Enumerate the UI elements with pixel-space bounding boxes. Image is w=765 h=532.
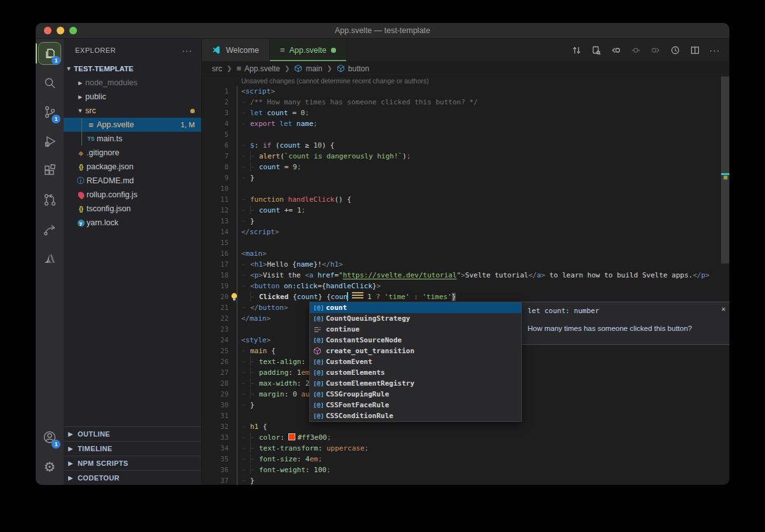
tree-folder-public[interactable]: ▶public: [64, 90, 201, 104]
tree-file-readme-md[interactable]: ⓘREADME.md: [64, 174, 201, 188]
line-number[interactable]: 13: [202, 216, 228, 227]
code-line[interactable]: 20→Clicked {count} {coun 1 ? 'time' : 't…: [202, 291, 729, 302]
breadcrumb-src[interactable]: src: [212, 64, 222, 73]
current-change-icon[interactable]: [629, 43, 643, 57]
code-line[interactable]: 36→→font-weight: 100;: [202, 465, 729, 475]
tree-folder-node-modules[interactable]: ▶node_modules: [64, 76, 201, 90]
suggest-item-count[interactable]: [@]count: [310, 302, 521, 313]
sidebar-more-actions[interactable]: ···: [182, 46, 192, 55]
suggest-item-countqueuingstrategy[interactable]: [@]CountQueuingStrategy: [310, 313, 521, 324]
code-line[interactable]: 6→$: if (count ≥ 10) {: [202, 140, 729, 151]
close-icon[interactable]: ✕: [721, 305, 726, 313]
suggest-item-customelementregistry[interactable]: [@]CustomElementRegistry: [310, 378, 521, 389]
lightbulb-icon[interactable]: [230, 293, 238, 305]
activity-source-control[interactable]: 1: [36, 97, 64, 127]
code-line[interactable]: 18→<p>Visit the <a href="https://svelte.…: [202, 270, 729, 281]
tab-welcome[interactable]: Welcome: [202, 39, 270, 61]
breadcrumb-main[interactable]: main: [294, 64, 322, 73]
title-bar[interactable]: App.svelte — test-template: [36, 23, 729, 39]
line-number[interactable]: 5: [202, 129, 228, 140]
open-preview-icon[interactable]: [589, 43, 603, 57]
tree-file-main-ts[interactable]: TSmain.ts: [64, 132, 201, 146]
line-number[interactable]: 22: [202, 313, 228, 324]
activity-settings[interactable]: ⚙: [36, 452, 64, 481]
tree-file-rollup-config-js[interactable]: rollup.config.js: [64, 188, 201, 202]
line-number[interactable]: 14: [202, 227, 228, 237]
activity-extensions[interactable]: [36, 156, 64, 185]
code-line[interactable]: 12→→count += 1;: [202, 205, 729, 216]
color-swatch[interactable]: [288, 433, 295, 440]
tree-file--gitignore[interactable]: ◆.gitignore: [64, 146, 201, 160]
line-number[interactable]: 34: [202, 443, 228, 454]
breadcrumb-app-svelte[interactable]: ≡App.svelte: [236, 64, 280, 73]
code-line[interactable]: 3→let count = 0;: [202, 108, 729, 118]
line-number[interactable]: 35: [202, 454, 228, 465]
line-number[interactable]: 26: [202, 356, 228, 367]
line-number[interactable]: 27: [202, 367, 228, 378]
activity-accounts[interactable]: 1: [36, 423, 64, 452]
tree-file-tsconfig-json[interactable]: {}tsconfig.json: [64, 202, 201, 216]
line-number[interactable]: 2: [202, 97, 228, 108]
suggest-item-constantsourcenode[interactable]: [@]ConstantSourceNode: [310, 335, 521, 346]
activity-azure[interactable]: [36, 244, 64, 273]
activity-explorer[interactable]: 1: [36, 39, 64, 68]
suggest-item-customelements[interactable]: [@]customElements: [310, 367, 521, 378]
suggest-item-continue[interactable]: continue: [310, 324, 521, 335]
editor-scrollbar[interactable]: [721, 76, 729, 263]
suggest-item-customevent[interactable]: [@]CustomEvent: [310, 356, 521, 367]
suggest-item-cssfontfacerule[interactable]: [@]CSSFontFaceRule: [310, 400, 521, 410]
line-number[interactable]: 1: [202, 86, 228, 97]
activity-live-share[interactable]: [36, 214, 64, 244]
code-line[interactable]: 10: [202, 183, 729, 194]
tree-file-package-json[interactable]: {}package.json: [64, 160, 201, 174]
code-line[interactable]: 7→→alert(`count is dangerously high!`);: [202, 151, 729, 162]
code-editor[interactable]: Unsaved changes (cannot determine recent…: [202, 76, 729, 485]
code-line[interactable]: 17→<h1>Hello {name}!</h1>: [202, 259, 729, 270]
previous-change-icon[interactable]: [609, 43, 623, 57]
code-line[interactable]: 16<main>: [202, 248, 729, 259]
zoom-window-button[interactable]: [69, 27, 77, 34]
code-line[interactable]: 37→}: [202, 475, 729, 485]
line-number[interactable]: 11: [202, 194, 228, 205]
line-number[interactable]: 36: [202, 465, 228, 475]
code-line[interactable]: 35→→font-size: 4em;: [202, 454, 729, 465]
breadcrumb-button[interactable]: button: [337, 64, 369, 73]
line-number[interactable]: 8: [202, 162, 228, 172]
line-number[interactable]: 23: [202, 324, 228, 335]
line-number[interactable]: 9: [202, 172, 228, 183]
line-number[interactable]: 20: [202, 291, 228, 302]
suggest-item-cssgroupingrule[interactable]: [@]CSSGroupingRule: [310, 389, 521, 400]
line-number[interactable]: 12: [202, 205, 228, 216]
line-number[interactable]: 17: [202, 259, 228, 270]
line-number[interactable]: 37: [202, 475, 228, 485]
suggest-item-create_out_transition[interactable]: create_out_transition: [310, 346, 521, 356]
line-number[interactable]: 7: [202, 151, 228, 162]
line-number[interactable]: 29: [202, 389, 228, 400]
line-number[interactable]: 33: [202, 432, 228, 443]
line-number[interactable]: 25: [202, 346, 228, 356]
code-line[interactable]: 33→→color: #ff3e00;: [202, 432, 729, 443]
panel-codetour[interactable]: ▶CODETOUR: [64, 470, 201, 485]
line-number[interactable]: 31: [202, 410, 228, 421]
split-editor-icon[interactable]: [688, 43, 702, 57]
code-line[interactable]: 9→}: [202, 172, 729, 183]
more-actions-icon[interactable]: ···: [708, 43, 722, 57]
timeline-history-icon[interactable]: [668, 43, 682, 57]
code-line[interactable]: 2→/** How many times has someone clicked…: [202, 97, 729, 108]
code-line[interactable]: 5: [202, 129, 729, 140]
line-number[interactable]: 6: [202, 140, 228, 151]
activity-run-debug[interactable]: [36, 127, 64, 156]
line-number[interactable]: 4: [202, 118, 228, 129]
panel-timeline[interactable]: ▶TIMELINE: [64, 441, 201, 456]
minimize-window-button[interactable]: [57, 27, 64, 34]
line-number[interactable]: 18: [202, 270, 228, 281]
line-number[interactable]: 10: [202, 183, 228, 194]
suggest-item-cssconditionrule[interactable]: [@]CSSConditionRule: [310, 410, 521, 421]
code-line[interactable]: 8→→count = 9;: [202, 162, 729, 172]
tree-folder-src[interactable]: ▼src: [64, 104, 201, 118]
line-number[interactable]: 16: [202, 248, 228, 259]
code-line[interactable]: 1<script>: [202, 86, 729, 97]
panel-npm-scripts[interactable]: ▶NPM SCRIPTS: [64, 456, 201, 470]
line-number[interactable]: 19: [202, 281, 228, 291]
code-line[interactable]: 32→h1 {: [202, 421, 729, 432]
